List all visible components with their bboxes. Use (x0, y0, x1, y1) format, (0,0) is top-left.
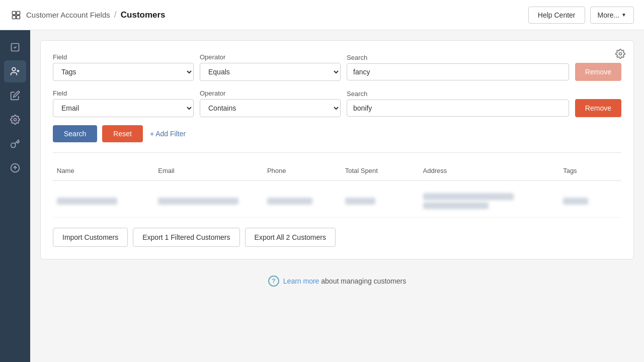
svg-rect-2 (13, 15, 16, 19)
breadcrumb-app-name: Customer Account Fields (26, 11, 110, 19)
tags-blur (563, 198, 588, 205)
reset-button[interactable]: Reset (102, 125, 143, 142)
sidebar-item-edit[interactable] (4, 84, 26, 107)
learn-more-link[interactable]: Learn more (283, 277, 319, 285)
footer-description: about managing customers (321, 277, 406, 285)
filter-row1-remove-button[interactable]: Remove (575, 63, 621, 81)
filter-row2-search-label: Search (347, 90, 569, 98)
sidebar-item-checklist[interactable] (4, 36, 26, 58)
filter-row2-operator-label: Operator (200, 89, 341, 97)
svg-point-5 (12, 68, 16, 71)
filter-row2-operator-group: Operator Contains (200, 89, 341, 117)
app-icon (10, 9, 22, 21)
col-header-tags: Tags (559, 165, 621, 176)
divider (53, 152, 621, 153)
filter-row1-search-input[interactable] (347, 63, 569, 80)
name-blur (57, 198, 117, 205)
filter-row-2: Field Email Operator Contains Search Rem… (53, 89, 621, 117)
filter-row2-remove-button[interactable]: Remove (575, 99, 621, 117)
svg-rect-1 (17, 11, 20, 15)
breadcrumb: Customer Account Fields / Customers (10, 9, 166, 21)
add-filter-button[interactable]: + Add Filter (148, 125, 188, 142)
filter-row1-field-select[interactable]: Tags (53, 63, 194, 81)
footer-text: Learn more about managing customers (283, 277, 406, 285)
spent-blur (345, 198, 375, 205)
address-blur-2 (423, 202, 489, 209)
chevron-down-icon: ▼ (621, 12, 626, 18)
table-header: Name Email Phone Total Spent Address Tag… (53, 161, 621, 181)
filter-card: Field Tags Operator Equals Search Remove (40, 40, 634, 259)
filter-row2-field-label: Field (53, 89, 194, 97)
filter-row2-field-select[interactable]: Email (53, 99, 194, 117)
sidebar-item-upload[interactable] (4, 157, 26, 179)
cell-spent (341, 196, 419, 207)
filter-row1-operator-group: Operator Equals (200, 53, 341, 81)
filter-row1-operator-label: Operator (200, 53, 341, 61)
filter-row2-search-group: Search (347, 90, 569, 117)
filter-row1-operator-select[interactable]: Equals (200, 63, 341, 81)
email-blur (158, 198, 238, 205)
footer-note: ? Learn more about managing customers (40, 267, 634, 295)
phone-blur (267, 198, 312, 205)
search-button[interactable]: Search (53, 125, 97, 142)
col-header-name: Name (53, 165, 154, 176)
svg-point-9 (619, 53, 622, 55)
filter-row1-search-label: Search (347, 54, 569, 61)
table-row (53, 185, 621, 218)
cell-email (154, 196, 263, 207)
sidebar-item-settings[interactable] (4, 109, 26, 131)
svg-rect-0 (13, 11, 16, 15)
col-header-phone: Phone (263, 165, 341, 176)
breadcrumb-current-page: Customers (121, 10, 166, 20)
more-button[interactable]: More... ▼ (590, 7, 634, 24)
info-icon: ? (268, 276, 279, 287)
help-center-button[interactable]: Help Center (528, 7, 585, 24)
cell-name (53, 196, 154, 207)
svg-point-6 (14, 119, 17, 121)
svg-rect-3 (17, 15, 20, 19)
sidebar-item-key[interactable] (4, 133, 26, 155)
filter-row1-field-label: Field (53, 53, 194, 61)
layout: Field Tags Operator Equals Search Remove (0, 30, 644, 362)
gear-button[interactable] (615, 49, 625, 60)
sidebar (0, 30, 30, 362)
bottom-actions: Import Customers Export 1 Filtered Custo… (53, 228, 621, 247)
filter-actions: Search Reset + Add Filter (53, 125, 621, 142)
cell-tags (559, 196, 621, 207)
main-content: Field Tags Operator Equals Search Remove (30, 30, 644, 362)
filter-row1-field-group: Field Tags (53, 53, 194, 81)
more-label: More... (598, 11, 620, 19)
cell-address (419, 191, 559, 211)
filter-row-1: Field Tags Operator Equals Search Remove (53, 53, 621, 81)
import-customers-button[interactable]: Import Customers (53, 228, 128, 247)
filter-row2-operator-select[interactable]: Contains (200, 99, 341, 117)
filter-row2-field-group: Field Email (53, 89, 194, 117)
col-header-email: Email (154, 165, 263, 176)
filter-row1-search-group: Search (347, 54, 569, 80)
export-filtered-button[interactable]: Export 1 Filtered Customers (133, 228, 239, 247)
cell-phone (263, 196, 341, 207)
export-all-button[interactable]: Export All 2 Customers (245, 228, 336, 247)
sidebar-item-customers[interactable] (4, 60, 26, 82)
address-blur-1 (423, 193, 514, 200)
breadcrumb-separator: / (114, 10, 117, 20)
col-header-address: Address (419, 165, 559, 176)
nav-actions: Help Center More... ▼ (528, 7, 634, 24)
top-nav: Customer Account Fields / Customers Help… (0, 0, 644, 30)
filter-row2-search-input[interactable] (347, 100, 569, 117)
col-header-total-spent: Total Spent (341, 165, 419, 176)
